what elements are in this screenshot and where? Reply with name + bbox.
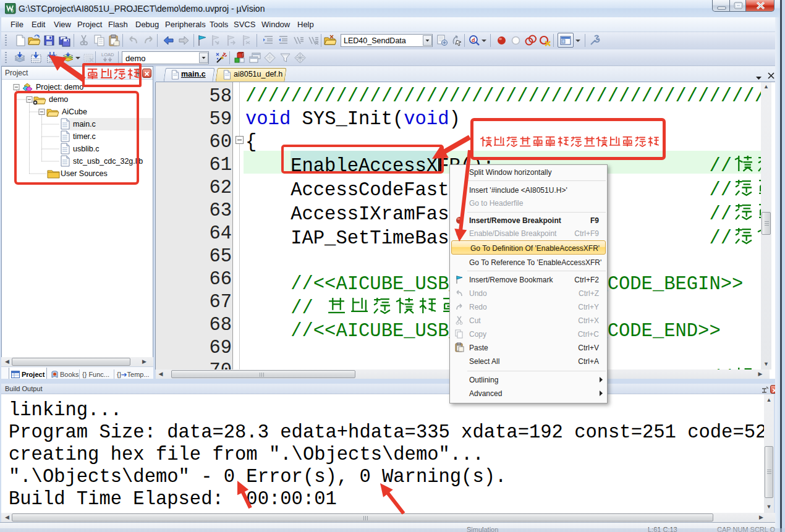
svg-text:5: 5: [11, 9, 14, 13]
svg-text:d: d: [472, 37, 475, 43]
svg-text:LOAD: LOAD: [101, 52, 114, 57]
